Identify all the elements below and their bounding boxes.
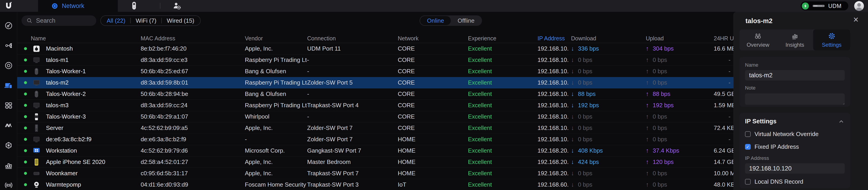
column-header-upload[interactable]: Upload [644,35,714,42]
column-header-network[interactable]: Network [398,35,468,42]
toggle-offline[interactable]: Offline [451,16,481,25]
virtual-network-override-checkbox[interactable] [745,131,751,137]
local-dns-option[interactable]: Local DNS Record [745,178,845,185]
mac-address: 50:6b:4b:29:a1:07 [141,113,245,120]
local-dns-checkbox[interactable] [745,179,751,185]
nav-tab-protect-icon[interactable] [130,1,138,10]
usage-24hr: 49.5 GB [714,90,734,98]
column-header-mac-address[interactable]: MAC Address [141,35,245,42]
column-header-experience[interactable]: Experience [468,35,537,42]
table-row-de-e6-3a-8c-b2-f9[interactable]: de:e6:3a:8c:b2:f9de:e6:3a:8c:b2:f9-Zolde… [17,134,734,145]
ip-address: 192.168.10.110 [537,56,569,63]
upload: ↑120 bps [644,159,714,165]
ip-address: 192.168.10.207 [537,136,569,143]
column-header-vendor[interactable]: Vendor [245,35,307,42]
usage-24hr: 48.0 KB [714,181,734,188]
unifi-logo-icon[interactable] [0,2,17,10]
sidebar-item-radios-icon[interactable] [4,181,13,190]
client-name-cell: Talos-Worker-3 [17,112,141,121]
table-row-talos-m2[interactable]: talos-m2d8:3a:dd:59:8b:01Raspberry Pi Tr… [17,77,734,88]
sidebar-item-insights-waves-icon[interactable] [4,121,13,130]
client-name: Server [46,125,63,132]
panel-tab-overview[interactable]: Overview [740,29,776,50]
download-arrow-icon: ↓ [571,113,574,120]
table-row-talos-worker-2[interactable]: Talos-Worker-250:6b:4b:28:94:beBang & Ol… [17,88,734,100]
filter-all-22[interactable]: All (22) [107,17,125,24]
sidebar-item-device-groups-icon[interactable] [4,101,13,110]
ip-address: 192.168.10.120 [537,79,569,86]
network: IoT [398,181,468,188]
search-input[interactable]: Search [22,16,96,26]
table-row-talos-worker-1[interactable]: Talos-Worker-150:6b:4b:25:ed:67Bang & Ol… [17,66,734,77]
column-header-connection[interactable]: Connection [307,35,398,42]
sidebar-item-unifi-devices-icon[interactable] [4,61,13,70]
nav-admins-icon[interactable] [173,1,182,10]
connection: - [307,56,398,63]
table-row-macintosh[interactable]: Macintosh8e:b2:be:f7:46:20Apple, Inc.UDM… [17,43,734,54]
close-icon[interactable]: × [853,15,859,24]
table-row-talos-m3[interactable]: talos-m3d8:3a:dd:59:cc:24Raspberry Pi Tr… [17,100,734,111]
virtual-network-override-option[interactable]: Virtual Network Override [745,131,845,138]
filter-wifi-7[interactable]: WiFi (7) [136,17,156,24]
client-name-cell: talos-m3 [17,101,141,110]
client-name: Talos-Worker-1 [46,68,86,75]
table-row-talos-m1[interactable]: talos-m1d8:3a:dd:59:cc:e3Raspberry Pi Tr… [17,54,734,66]
client-name-cell: Talos-Worker-1 [17,67,141,76]
connection: Zolder-SW Port 7 [307,125,398,132]
nav-tab-network[interactable]: Network [38,0,118,12]
upload: ↑0 bps [644,79,714,86]
fixed-ip-option[interactable]: ✓ Fixed IP Address [745,143,845,150]
download-arrow-icon: ↓ [571,181,574,188]
apple-tv-icon [32,169,41,178]
column-header-download[interactable]: Download [569,35,644,42]
sidebar-item-network-map-icon[interactable] [4,141,13,150]
sidebar-item-topology-icon[interactable] [4,41,13,50]
sidebar-item-clients-icon[interactable] [4,81,13,90]
chevron-up-icon[interactable] [838,118,845,125]
sidebar-item-gauge-icon[interactable] [4,21,13,30]
client-name: Workstation [46,147,77,154]
table-row-warmtepomp[interactable]: Warmtepomp04:d1:6e:d0:93:d9Foscam Home S… [17,179,734,190]
search-placeholder: Search [36,17,56,24]
experience: Excellent [468,113,537,120]
client-name-cell: de:e6:3a:8c:b2:f9 [17,135,141,144]
table-row-apple-iphone-se-2020[interactable]: Apple iPhone SE 2020d2:58:a4:52:01:27App… [17,157,734,168]
connection: Master Bedroom [307,159,398,165]
console-pill[interactable]: UDM [801,1,848,10]
download: ↓336 bps [569,45,644,52]
table-row-workstation[interactable]: Workstation4c:52:62:b9:79:d6Microsoft Co… [17,145,734,157]
vendor: Bang & Olufsen [245,68,307,75]
ip-address: 192.168.10.111 [537,68,569,75]
status-dot-online-icon [24,161,27,163]
client-name: Warmtepomp [46,181,81,188]
column-header-ip-address[interactable]: IP Address [537,35,569,42]
table-row-server[interactable]: Server4c:52:62:b9:09:a5Apple, Inc.Zolder… [17,123,734,134]
table-row-talos-worker-3[interactable]: Talos-Worker-350:6b:4b:29:a1:07Whirlpool… [17,111,734,123]
binoculars-icon [754,32,762,40]
top-bar: Network UDM [0,0,868,12]
ip-address-field[interactable] [745,163,845,174]
user-avatar[interactable] [854,1,864,11]
panel-tab-insights[interactable]: Insights [776,29,813,50]
experience: Excellent [468,147,537,154]
status-dot-online-icon [24,183,27,186]
client-note-field[interactable] [745,93,845,105]
table-row-woonkamer[interactable]: Woonkamerc0:95:6d:5b:31:17Apple, Inc.Tra… [17,168,734,179]
connection: - [307,113,398,120]
client-name-field[interactable] [745,70,845,81]
mac-address: 50:6b:4b:28:94:be [141,90,245,98]
clients-table-body: Macintosh8e:b2:be:f7:46:20Apple, Inc.UDM… [17,43,734,190]
download: ↓408 Kbps [569,147,644,154]
column-header-name[interactable]: Name [17,35,141,42]
toggle-online[interactable]: Online [420,16,451,25]
sidebar-item-statistics-icon[interactable] [4,161,13,170]
network: CORE [398,125,468,132]
filter-wired-15[interactable]: Wired (15) [167,17,194,24]
client-name: Apple iPhone SE 2020 [46,159,105,165]
experience: Excellent [468,181,537,188]
ip-address: 192.168.10.130 [537,102,569,109]
network: HOME [398,136,468,143]
fixed-ip-checkbox[interactable]: ✓ [745,144,751,150]
panel-tab-settings[interactable]: Settings [813,29,850,50]
app-root: Network UDM [0,0,868,190]
